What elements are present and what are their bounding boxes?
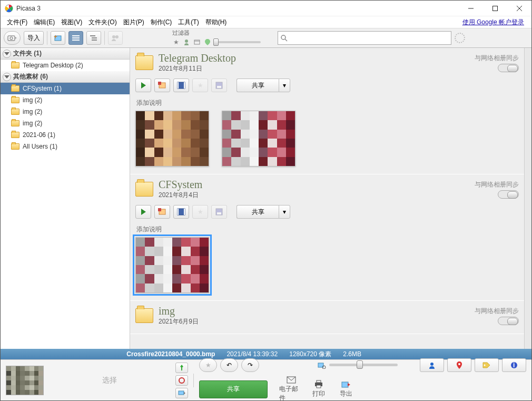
album-title[interactable]: img	[159, 305, 199, 317]
view-list-button[interactable]	[68, 31, 83, 45]
album-section: CFSystem2021年8月4日与网络相册同步★共享▾添加说明	[130, 174, 524, 301]
filter-movie-icon[interactable]	[192, 37, 202, 47]
film-icon	[177, 82, 185, 89]
share-album-button[interactable]: 共享	[237, 205, 279, 219]
selection-preview[interactable]	[6, 366, 44, 395]
create-movie-button[interactable]	[173, 205, 189, 219]
album-caption[interactable]: 添加说明	[136, 99, 519, 107]
menu-help[interactable]: 帮助(H)	[202, 17, 230, 28]
sidebar-item[interactable]: img (2)	[1, 106, 130, 118]
camera-icon	[7, 34, 17, 42]
album-date: 2021年8月11日	[159, 64, 236, 73]
folder-icon	[11, 97, 19, 103]
star-album-button[interactable]: ★	[192, 79, 208, 92]
view-tree-button[interactable]	[86, 31, 101, 45]
import-device-button[interactable]	[4, 31, 21, 45]
svg-rect-18	[194, 40, 200, 44]
filter-group: 过滤器 ★	[171, 29, 261, 47]
search-box[interactable]	[278, 31, 451, 45]
filter-date-slider[interactable]	[213, 41, 261, 43]
sidebar-item[interactable]: CFSystem (1)	[1, 83, 130, 94]
import-button[interactable]: 导入	[24, 31, 44, 45]
album-title[interactable]: Telegram Desktop	[159, 52, 236, 64]
tag-icon	[482, 362, 491, 368]
tray-button[interactable]	[175, 388, 188, 398]
svg-rect-31	[178, 209, 185, 215]
play-slideshow-button[interactable]	[135, 205, 151, 219]
chevron-down-icon: ▾	[283, 82, 286, 89]
star-icon: ★	[198, 208, 203, 216]
tree-icon	[90, 35, 97, 41]
rotate-right-icon: ↷	[248, 361, 253, 369]
new-album-button[interactable]: +	[51, 31, 65, 45]
sidebar-item[interactable]: img (2)	[1, 94, 130, 106]
filter-face-icon[interactable]	[182, 37, 191, 47]
sync-toggle[interactable]	[498, 190, 519, 199]
star-album-button[interactable]: ★	[192, 205, 208, 219]
menu-tools[interactable]: 工具(T)	[175, 17, 202, 28]
search-input[interactable]	[288, 34, 449, 42]
tag-people-button[interactable]	[420, 358, 444, 372]
photo-thumbnail[interactable]	[135, 111, 209, 167]
svg-rect-13	[92, 37, 97, 38]
album-caption[interactable]: 添加说明	[136, 225, 519, 234]
menu-view[interactable]: 视图(V)	[58, 17, 85, 28]
print-button[interactable]: 打印	[307, 380, 331, 398]
sidebar-item-label: 2021-06 (1)	[23, 131, 55, 139]
close-button[interactable]	[507, 1, 531, 16]
filter-star-icon[interactable]: ★	[171, 37, 181, 47]
vertical-scrollbar[interactable]	[524, 48, 531, 349]
menu-file[interactable]: 文件(F)	[4, 17, 31, 28]
save-button[interactable]	[211, 79, 227, 92]
clear-button[interactable]	[175, 375, 188, 386]
menu-picture[interactable]: 图片(P)	[120, 17, 147, 28]
collapse-icon	[3, 50, 11, 58]
share-dropdown-button[interactable]: ▾	[279, 79, 290, 92]
photo-thumbnail[interactable]	[222, 111, 295, 167]
people-button[interactable]	[108, 31, 123, 45]
share-album-button[interactable]: 共享	[237, 79, 279, 92]
tag-tags-button[interactable]	[475, 358, 499, 372]
svg-rect-5	[8, 36, 15, 41]
sidebar-section-header[interactable]: 文件夹 (1)	[1, 48, 130, 60]
info-button[interactable]: i	[502, 358, 526, 372]
share-button-large[interactable]: 共享	[199, 380, 268, 398]
create-collage-button[interactable]	[154, 79, 170, 92]
tag-places-button[interactable]	[447, 358, 471, 372]
sync-toggle[interactable]	[498, 64, 519, 72]
sidebar-item[interactable]: 2021-06 (1)	[1, 129, 130, 141]
menu-folder[interactable]: 文件夹(O)	[85, 17, 120, 28]
create-collage-button[interactable]	[154, 205, 170, 219]
google-login-link[interactable]: 使用 Google 帐户登录	[462, 18, 528, 27]
menu-edit[interactable]: 编辑(E)	[31, 17, 58, 28]
minimize-button[interactable]	[459, 1, 483, 16]
rotate-right-button[interactable]: ↷	[241, 358, 259, 372]
play-slideshow-button[interactable]	[135, 79, 151, 92]
zoom-out-icon[interactable]	[318, 361, 326, 369]
save-button[interactable]	[211, 205, 227, 219]
sidebar-item[interactable]: img (2)	[1, 118, 130, 129]
sidebar-section-header[interactable]: 其他素材 (6)	[1, 71, 130, 83]
status-filename: Crossfire20210804_0000.bmp	[126, 350, 215, 358]
maximize-button[interactable]	[483, 1, 507, 16]
play-icon	[141, 82, 146, 89]
svg-line-21	[285, 39, 287, 41]
zoom-slider[interactable]	[329, 364, 398, 366]
sidebar-item-label: img (2)	[23, 120, 42, 127]
loading-spinner-icon	[455, 33, 465, 43]
menu-create[interactable]: 制作(C)	[147, 17, 175, 28]
album-title[interactable]: CFSystem	[159, 179, 202, 191]
svg-point-17	[185, 40, 188, 43]
sidebar-item[interactable]: Telegram Desktop (2)	[1, 60, 130, 71]
star-button[interactable]: ★	[199, 358, 217, 372]
sidebar-item[interactable]: All Users (1)	[1, 141, 130, 152]
pin-button[interactable]	[175, 363, 188, 373]
export-button[interactable]: 导出	[334, 380, 358, 398]
sync-toggle[interactable]	[498, 317, 519, 325]
email-button[interactable]: 电子邮件	[279, 376, 303, 402]
create-movie-button[interactable]	[173, 79, 189, 92]
filter-geo-icon[interactable]	[203, 37, 212, 47]
share-dropdown-button[interactable]: ▾	[279, 205, 290, 219]
rotate-left-button[interactable]: ↶	[220, 358, 238, 372]
photo-thumbnail[interactable]	[135, 237, 209, 293]
